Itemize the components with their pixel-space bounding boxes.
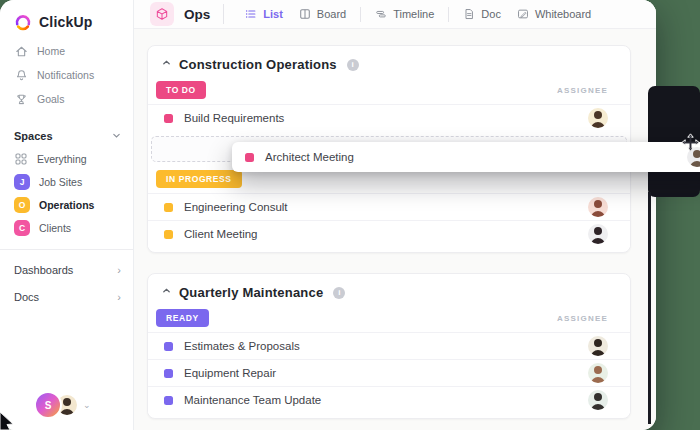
task-status-bullet	[164, 230, 173, 239]
info-icon[interactable]: i	[347, 59, 359, 71]
toolbar-divider	[223, 4, 224, 24]
task-name: Architect Meeting	[265, 151, 354, 163]
section-title: Construction Operations	[179, 57, 337, 72]
home-icon	[15, 45, 28, 58]
sidebar-item-label: Home	[37, 45, 65, 57]
clickup-logo-icon	[14, 13, 32, 31]
background-dark-edge	[648, 192, 651, 424]
tab-board[interactable]: Board	[291, 0, 354, 28]
assignee-column-header: ASSIGNEE	[557, 314, 608, 323]
tab-label: List	[263, 8, 283, 20]
clickup-logo[interactable]: ClickUp	[0, 0, 133, 39]
sidebar-item-clients[interactable]: C Clients	[0, 216, 133, 239]
task-status-bullet	[164, 369, 173, 378]
collapse-chevron-icon[interactable]	[162, 286, 171, 297]
cube-icon	[155, 7, 169, 21]
bell-icon	[15, 69, 28, 82]
status-group-header: READY ASSIGNEE	[148, 307, 630, 332]
task-name: Build Requirements	[184, 112, 284, 124]
sidebar-item-label: Operations	[39, 199, 94, 211]
section-header: Quarterly Maintenance i	[148, 282, 630, 307]
collapse-chevron-icon[interactable]	[162, 58, 171, 69]
main-panel: Ops List Board	[134, 0, 656, 430]
sidebar-item-operations[interactable]: O Operations	[0, 193, 133, 216]
sidebar-item-goals[interactable]: Goals	[0, 87, 133, 111]
page-background: ClickUp Home Notifications Goals	[0, 0, 700, 430]
sidebar-divider	[0, 249, 133, 250]
status-group-header: TO DO ASSIGNEE	[148, 79, 630, 104]
tab-label: Board	[317, 8, 346, 20]
space-avatar-operations: O	[14, 197, 30, 213]
move-cursor-icon	[681, 133, 700, 152]
sidebar-item-notifications[interactable]: Notifications	[0, 63, 133, 87]
sidebar-item-label: Docs	[14, 291, 39, 303]
task-status-bullet	[164, 396, 173, 405]
assignee-column-header: ASSIGNEE	[557, 86, 608, 95]
sidebar-item-label: Notifications	[37, 69, 94, 81]
tab-label: Timeline	[393, 8, 434, 20]
tab-timeline[interactable]: Timeline	[367, 0, 442, 28]
status-badge-in-progress[interactable]: IN PROGRESS	[156, 170, 242, 188]
spaces-section-header[interactable]: Spaces	[0, 125, 133, 147]
tab-label: Whiteboard	[535, 8, 591, 20]
ops-space-tile[interactable]	[150, 2, 174, 26]
assignee-avatar[interactable]	[588, 197, 608, 217]
sidebar-item-job-sites[interactable]: J Job Sites	[0, 170, 133, 193]
tab-whiteboard[interactable]: Whiteboard	[509, 0, 599, 28]
grid-icon	[14, 152, 28, 166]
task-row-client-meeting[interactable]: Client Meeting	[148, 220, 630, 247]
assignee-avatar[interactable]	[588, 336, 608, 356]
tab-label: Doc	[481, 8, 501, 20]
logo-wordmark: ClickUp	[39, 14, 93, 30]
toolbar-divider	[360, 7, 361, 22]
section-title: Quarterly Maintenance	[179, 285, 323, 300]
space-title: Ops	[184, 7, 210, 22]
sidebar-item-label: Dashboards	[14, 264, 73, 276]
sidebar: ClickUp Home Notifications Goals	[0, 0, 134, 430]
task-row-equipment-repair[interactable]: Equipment Repair	[148, 359, 630, 386]
task-status-bullet	[245, 153, 254, 162]
assignee-avatar[interactable]	[588, 224, 608, 244]
spaces-label: Spaces	[14, 130, 53, 142]
workspace-avatar[interactable]: S	[34, 391, 62, 419]
dragged-task-card-architect-meeting[interactable]: Architect Meeting	[232, 142, 700, 172]
task-name: Maintenance Team Update	[184, 394, 321, 406]
task-row-build-requirements[interactable]: Build Requirements	[148, 104, 630, 131]
task-row-maintenance-team-update[interactable]: Maintenance Team Update	[148, 386, 630, 413]
status-badge-todo[interactable]: TO DO	[156, 81, 206, 99]
chevron-right-icon: ›	[117, 264, 121, 276]
section-header: Construction Operations i	[148, 54, 630, 79]
assignee-avatar[interactable]	[588, 363, 608, 383]
task-name: Engineering Consult	[184, 201, 288, 213]
sidebar-item-label: Clients	[39, 222, 71, 234]
goals-icon	[15, 93, 28, 106]
tab-doc[interactable]: Doc	[455, 0, 509, 28]
clickup-app-window: ClickUp Home Notifications Goals	[0, 0, 656, 430]
task-name: Client Meeting	[184, 228, 258, 240]
timeline-icon	[375, 8, 387, 20]
assignee-avatar[interactable]	[588, 108, 608, 128]
doc-icon	[463, 8, 475, 20]
whiteboard-icon	[517, 8, 529, 20]
task-row-estimates-proposals[interactable]: Estimates & Proposals	[148, 332, 630, 359]
sidebar-item-docs[interactable]: Docs ›	[0, 283, 133, 310]
list-icon	[245, 8, 257, 20]
sidebar-item-label: Goals	[37, 93, 64, 105]
toolbar-divider	[448, 7, 449, 22]
task-name: Estimates & Proposals	[184, 340, 300, 352]
chevron-down-icon: ⌄	[83, 400, 91, 410]
tab-list[interactable]: List	[237, 0, 291, 28]
task-row-engineering-consult[interactable]: Engineering Consult	[148, 193, 630, 220]
assignee-avatar[interactable]	[588, 390, 608, 410]
task-status-bullet	[164, 342, 173, 351]
chevron-right-icon: ›	[117, 291, 121, 303]
sidebar-item-home[interactable]: Home	[0, 39, 133, 63]
info-icon[interactable]: i	[333, 287, 345, 299]
pointer-cursor-icon	[0, 404, 16, 430]
task-name: Equipment Repair	[184, 367, 276, 379]
status-badge-ready[interactable]: READY	[156, 309, 209, 327]
sidebar-item-dashboards[interactable]: Dashboards ›	[0, 256, 133, 283]
sidebar-item-everything[interactable]: Everything	[0, 147, 133, 170]
view-toolbar: Ops List Board	[134, 0, 656, 29]
user-account-switcher[interactable]: S ⌄	[34, 391, 91, 419]
